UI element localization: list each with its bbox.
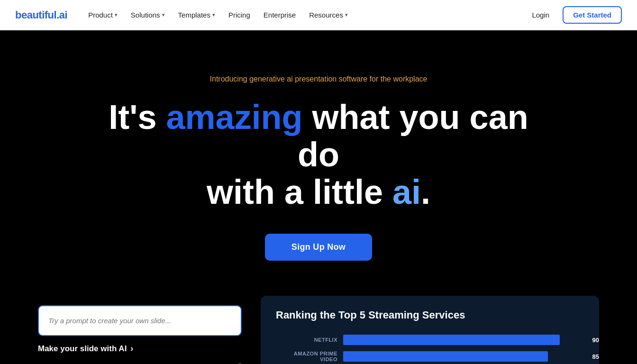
nav-item-solutions[interactable]: Solutions ▾ [125, 7, 171, 23]
hero-section: Introducing generative ai presentation s… [0, 30, 637, 296]
chart-panel: Ranking the Top 5 Streaming Services NET… [261, 296, 599, 364]
logo-text: beautiful.ai [15, 9, 67, 21]
hero-title-ai: ai [392, 173, 421, 211]
logo[interactable]: beautiful.ai [15, 9, 67, 21]
hero-title-amazing: amazing [166, 98, 302, 136]
chart-row-amazon: AMAZON PRIME VIDEO 85 [276, 351, 584, 362]
make-slide-link[interactable]: Make your slide with AI › [38, 344, 242, 354]
make-slide-label: Make your slide with AI [38, 344, 127, 354]
hero-subtitle: Introducing generative ai presentation s… [210, 75, 428, 83]
chart-value-amazon: 85 [592, 353, 599, 360]
chart-bar-container-netflix: 90 [343, 335, 584, 345]
signup-button[interactable]: Sign Up Now [265, 234, 372, 261]
chart-bar-netflix [343, 335, 560, 345]
chart-label-netflix: NETFLIX [276, 337, 337, 343]
chart-bar-amazon [343, 351, 548, 362]
navbar: beautiful.ai Product ▾ Solutions ▾ Templ… [0, 0, 637, 30]
get-started-button[interactable]: Get Started [563, 6, 622, 24]
navbar-left: beautiful.ai Product ▾ Solutions ▾ Templ… [15, 7, 354, 23]
login-button[interactable]: Login [526, 7, 555, 23]
prompt-panel: Make your slide with AI › TRY AN EXAMPLE… [38, 296, 242, 364]
nav-item-enterprise[interactable]: Enterprise [258, 7, 301, 23]
chart-label-amazon: AMAZON PRIME VIDEO [276, 351, 337, 362]
navbar-right: Login Get Started [526, 6, 622, 24]
nav-item-resources[interactable]: Resources ▾ [303, 7, 354, 23]
hero-title-part1: It's [109, 98, 166, 136]
nav-label-templates: Templates [178, 11, 210, 19]
chart-bar-container-amazon: 85 [343, 351, 584, 362]
nav-label-pricing: Pricing [228, 11, 250, 19]
chevron-down-icon: ▾ [345, 12, 348, 18]
chart-title: Ranking the Top 5 Streaming Services [276, 309, 584, 321]
prompt-input-wrapper [38, 305, 242, 336]
chevron-down-icon: ▾ [115, 12, 118, 18]
nav-label-product: Product [88, 11, 113, 19]
nav-item-templates[interactable]: Templates ▾ [173, 7, 221, 23]
logo-dot: . [56, 9, 59, 21]
chart-value-netflix: 90 [592, 337, 599, 344]
nav-item-pricing[interactable]: Pricing [223, 7, 256, 23]
nav-label-solutions: Solutions [131, 11, 160, 19]
prompt-input[interactable] [40, 307, 240, 334]
hero-title: It's amazing what you can dowith a littl… [105, 99, 532, 211]
nav-items: Product ▾ Solutions ▾ Templates ▾ Pricin… [82, 7, 354, 23]
chevron-down-icon: ▾ [212, 12, 215, 18]
nav-item-product[interactable]: Product ▾ [82, 7, 123, 23]
arrow-right-icon: › [130, 344, 133, 354]
chart-row-netflix: NETFLIX 90 [276, 335, 584, 345]
chart-rows: NETFLIX 90 AMAZON PRIME VIDEO 85 [276, 335, 584, 362]
nav-label-enterprise: Enterprise [264, 11, 296, 19]
chevron-down-icon: ▾ [162, 12, 165, 18]
bottom-section: Make your slide with AI › TRY AN EXAMPLE… [0, 296, 637, 364]
nav-label-resources: Resources [309, 11, 343, 19]
hero-title-period: . [421, 173, 430, 211]
